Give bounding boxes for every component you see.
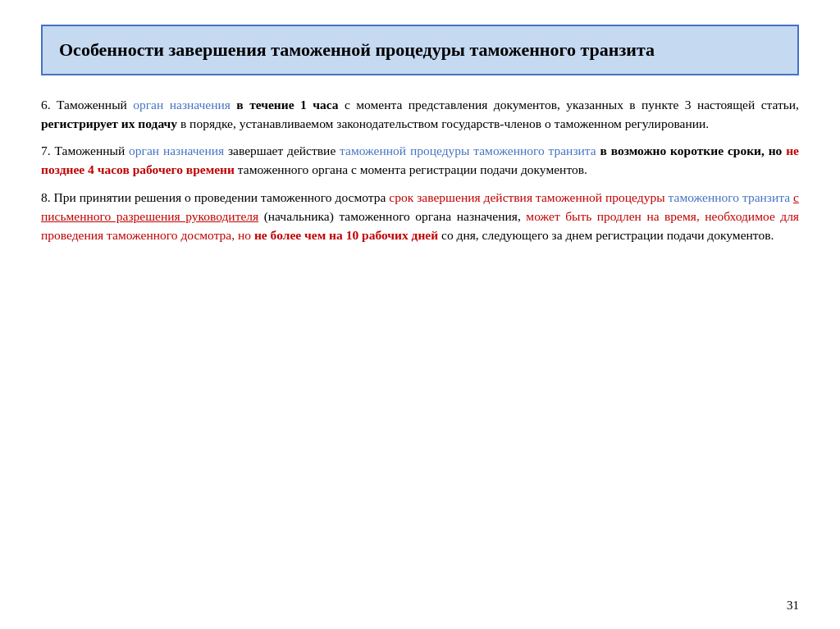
p8-number: 8. При принятии решения о проведении там… (41, 190, 389, 204)
slide-title: Особенности завершения таможенной процед… (59, 38, 781, 62)
p7-bold1: в возможно короткие сроки, но (600, 144, 786, 157)
p8-red1: срок завершения действия таможенной проц… (389, 190, 668, 204)
paragraph-6: 6. Таможенный орган назначения в течение… (41, 95, 799, 134)
p6-text1: с момента представления документов, указ… (338, 98, 799, 112)
paragraph-8: 8. При принятии решения о проведении там… (41, 188, 799, 245)
p8-text2: со дня, следующего за днем регистрации п… (438, 228, 774, 242)
p8-text1: (начальника) таможенного органа назначен… (258, 209, 526, 223)
p6-bold1: в течение 1 часа (236, 98, 338, 112)
content-area: 6. Таможенный орган назначения в течение… (41, 95, 799, 245)
p7-text2: таможенного органа с момента регистрации… (235, 162, 587, 176)
p7-text1: завершает действие (224, 144, 340, 157)
title-box: Особенности завершения таможенной процед… (41, 25, 799, 75)
p6-blue1: орган назначения (133, 98, 236, 112)
p7-blue2: таможенной процедуры таможенного транзит… (340, 144, 600, 157)
page-number: 31 (787, 599, 799, 613)
p7-blue1: орган назначения (129, 144, 224, 157)
p8-red-bold1: не более чем на 10 рабочих дней (254, 228, 438, 242)
paragraph-7: 7. Таможенный орган назначения завершает… (41, 141, 799, 180)
slide-container: Особенности завершения таможенной процед… (0, 0, 840, 629)
p6-bold2: регистрирует их подачу (41, 116, 177, 130)
p6-number: 6. Таможенный (41, 98, 133, 112)
p8-blue1: таможенного транзита (669, 190, 794, 204)
p6-text2: в порядке, устанавливаемом законодательс… (177, 116, 709, 130)
p7-number: 7. Таможенный (41, 144, 129, 157)
